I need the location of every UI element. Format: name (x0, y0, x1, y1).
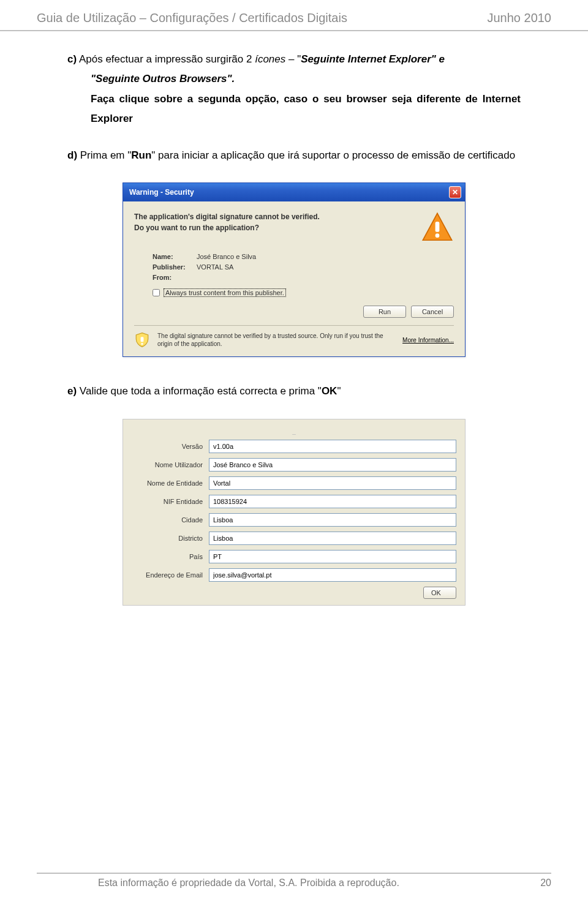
dialog-bottom-text: The digital signature cannot be verified… (157, 332, 395, 348)
dialog-message-line1: The application's digital signature cann… (134, 211, 412, 222)
districto-label: Districto (132, 535, 209, 542)
list-marker-c: c) (67, 53, 77, 65)
paragraph-d: d) Prima em "Run" para iniciar a aplicaç… (67, 146, 521, 165)
svg-rect-1 (435, 222, 440, 232)
nome-entidade-input[interactable] (209, 476, 456, 490)
security-warning-dialog: Warning - Security ✕ The application's d… (123, 182, 466, 357)
text-bold-italic: "Seguinte Outros Browsers". (91, 73, 235, 85)
cancel-button[interactable]: Cancel (411, 306, 454, 318)
nif-entidade-input[interactable] (209, 495, 456, 508)
cidade-label: Cidade (132, 516, 209, 524)
list-marker-d: d) (67, 149, 77, 161)
more-information-link[interactable]: More Information... (402, 337, 454, 344)
svg-rect-3 (141, 337, 144, 342)
name-value: José Branco e Silva (197, 253, 256, 260)
page-header: Guia de Utilização – Configurações / Cer… (0, 0, 588, 31)
email-label: Endereço de Email (132, 571, 209, 579)
dialog-message: The application's digital signature cann… (134, 211, 412, 244)
page-number: 20 (540, 878, 551, 889)
run-button[interactable]: Run (363, 306, 406, 318)
cidade-input[interactable] (209, 513, 456, 527)
dialog-title: Warning - Security (129, 188, 194, 197)
always-trust-checkbox[interactable] (153, 289, 160, 296)
text-bold: OK (322, 385, 337, 397)
text: " para iniciar a aplicação que irá supor… (151, 149, 515, 161)
svg-point-2 (435, 234, 440, 238)
paragraph-c: c) Após efectuar a impressão surgirão 2 … (67, 50, 521, 129)
close-button[interactable]: ✕ (449, 186, 461, 198)
header-left: Guia de Utilização – Configurações / Cer… (37, 11, 347, 25)
versao-label: Versão (132, 443, 209, 450)
page-footer: Esta informação é propriedade da Vortal,… (37, 873, 551, 889)
text-bold: Faça clique sobre a segunda opção, caso … (91, 93, 521, 124)
text-bold-italic: Seguinte Internet Explorer" e (301, 53, 445, 65)
text: Prima em " (77, 149, 131, 161)
nome-utilizador-input[interactable] (209, 458, 456, 472)
paragraph-e: e) Valide que toda a informação está cor… (67, 381, 521, 401)
text: Valide que toda a informação está correc… (77, 385, 322, 397)
from-label: From: (153, 274, 197, 281)
header-right: Junho 2010 (487, 11, 551, 25)
publisher-label: Publisher: (153, 263, 197, 271)
list-marker-e: e) (67, 385, 77, 397)
publisher-value: VORTAL SA (197, 263, 233, 271)
pais-label: País (132, 553, 209, 560)
text-italic: ícones (255, 53, 285, 65)
email-input[interactable] (209, 568, 456, 582)
close-icon: ✕ (452, 188, 458, 197)
certificate-info-form: _ Versão Nome Utilizador Nome de Entidad… (123, 419, 466, 606)
footer-text: Esta informação é propriedade da Vortal,… (37, 878, 399, 889)
text: Após efectuar a impressão surgirão 2 (77, 53, 255, 65)
districto-input[interactable] (209, 532, 456, 545)
dialog-message-line2: Do you want to run the application? (134, 222, 412, 233)
nif-entidade-label: NIF Entidade (132, 498, 209, 505)
versao-input[interactable] (209, 440, 456, 453)
dialog-titlebar: Warning - Security ✕ (123, 183, 465, 201)
ok-button[interactable]: OK (423, 587, 456, 599)
warning-icon (421, 211, 454, 244)
nome-utilizador-label: Nome Utilizador (132, 461, 209, 468)
nome-entidade-label: Nome de Entidade (132, 479, 209, 487)
name-label: Name: (153, 253, 197, 260)
text-bold: Run (131, 149, 151, 161)
always-trust-label[interactable]: Always trust content from this publisher… (164, 288, 286, 297)
shield-icon (134, 332, 150, 348)
text: " (337, 385, 341, 397)
pais-input[interactable] (209, 550, 456, 563)
form-title-mark: _ (132, 428, 456, 435)
svg-point-4 (141, 343, 143, 345)
text: – " (285, 53, 301, 65)
